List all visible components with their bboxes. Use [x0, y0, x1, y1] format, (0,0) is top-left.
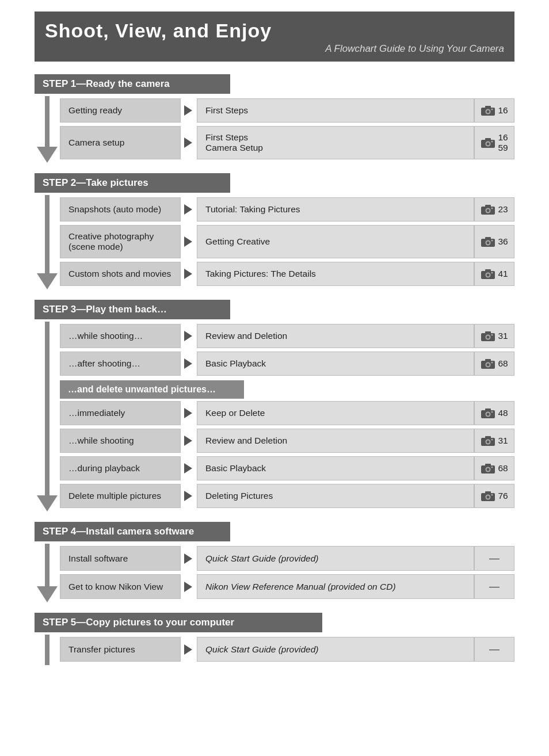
arrow-icon	[181, 637, 197, 662]
cell-right: —	[474, 574, 514, 599]
svg-rect-51	[485, 491, 491, 494]
tri-right-icon	[184, 553, 192, 564]
cell-left: Snapshots (auto mode)	[60, 197, 181, 222]
cell-middle: First Steps	[197, 98, 474, 123]
svg-rect-11	[485, 205, 491, 207]
cell-middle: Review and Deletion	[197, 324, 474, 348]
cell-left: Camera setup	[60, 126, 181, 159]
table-row: Custom shots and movies Taking Pictures:…	[60, 262, 514, 286]
cell-middle: Getting Creative	[197, 225, 474, 258]
cell-left: …while shooting	[60, 429, 181, 453]
cell-right: 41	[474, 262, 514, 286]
svg-point-4	[491, 109, 493, 110]
svg-rect-36	[485, 408, 491, 411]
tri-right-icon	[184, 582, 192, 592]
step4-arrow	[35, 544, 60, 602]
cell-middle: Taking Pictures: The Details	[197, 262, 474, 286]
table-row: …during playback Basic Playback	[60, 456, 514, 480]
cell-left: …while shooting…	[60, 324, 181, 348]
svg-point-48	[487, 468, 490, 471]
svg-point-8	[487, 143, 490, 146]
tri-right-icon	[184, 236, 192, 247]
arrow-icon	[181, 574, 197, 599]
step5-body: Transfer pictures Quick Start Guide (pro…	[35, 635, 514, 665]
arrow-icon	[181, 126, 197, 159]
cell-right: 31	[474, 324, 514, 348]
cell-middle: First StepsCamera Setup	[197, 126, 474, 159]
page-wrapper: Shoot, View, and Enjoy A Flowchart Guide…	[35, 12, 514, 665]
cell-middle: Review and Deletion	[197, 429, 474, 453]
step5-header: STEP 5—Copy pictures to your computer	[35, 613, 322, 632]
step2-section: STEP 2—Take pictures Snapshots (auto mod…	[35, 173, 514, 289]
cell-right: —	[474, 637, 514, 662]
step4-section: STEP 4—Install camera software Install s…	[35, 522, 514, 602]
arrow-down	[37, 147, 58, 163]
cell-middle: Quick Start Guide (provided)	[197, 546, 474, 571]
step3-header: STEP 3—Play them back…	[35, 300, 230, 319]
cell-right: 36	[474, 225, 514, 258]
tri-right-icon	[184, 105, 192, 116]
svg-rect-26	[485, 331, 491, 334]
svg-point-19	[491, 240, 493, 242]
arrow-icon	[181, 225, 197, 258]
arrow-icon	[181, 484, 197, 508]
table-row: Get to know Nikon View Nikon View Refere…	[60, 574, 514, 599]
svg-rect-46	[485, 464, 491, 466]
page-title: Shoot, View, and Enjoy	[45, 20, 504, 42]
arrow-icon	[181, 262, 197, 286]
tri-right-icon	[184, 436, 192, 446]
cell-left: …after shooting…	[60, 352, 181, 376]
cell-left: …during playback	[60, 456, 181, 480]
svg-rect-6	[485, 138, 491, 140]
arrow-icon	[181, 456, 197, 480]
camera-icon	[481, 435, 495, 446]
arrow-line	[45, 96, 49, 147]
cell-middle: Basic Playback	[197, 352, 474, 376]
svg-point-13	[487, 209, 490, 212]
step5-section: STEP 5—Copy pictures to your computer Tr…	[35, 613, 514, 665]
step5-rows: Transfer pictures Quick Start Guide (pro…	[60, 635, 514, 665]
step5-arrow	[35, 635, 60, 665]
table-row: Camera setup First StepsCamera Setup	[60, 126, 514, 159]
cell-left: Delete multiple pictures	[60, 484, 181, 508]
step1-header: STEP 1—Ready the camera	[35, 74, 230, 94]
cell-right: 1659	[474, 126, 514, 159]
camera-icon	[481, 268, 495, 280]
svg-point-54	[491, 494, 493, 496]
step2-body: Snapshots (auto mode) Tutorial: Taking P…	[35, 195, 514, 289]
table-row: …while shooting Review and Deletion	[60, 429, 514, 453]
step4-body: Install software Quick Start Guide (prov…	[35, 544, 514, 602]
step4-header: STEP 4—Install camera software	[35, 522, 230, 541]
svg-point-28	[487, 336, 490, 339]
tri-right-icon	[184, 491, 192, 501]
step2-header: STEP 2—Take pictures	[35, 173, 230, 193]
arrow-icon	[181, 324, 197, 348]
svg-point-23	[487, 274, 490, 277]
cell-right: 16	[474, 98, 514, 123]
tri-right-icon	[184, 204, 192, 215]
svg-point-43	[487, 441, 490, 444]
step2-arrow	[35, 195, 60, 289]
camera-icon	[481, 358, 495, 369]
svg-point-33	[487, 364, 490, 366]
step3-rows: …while shooting… Review and Deletion	[60, 322, 514, 511]
step3-arrow	[35, 322, 60, 511]
camera-icon	[481, 407, 495, 419]
step3-section: STEP 3—Play them back… …while shooting…	[35, 300, 514, 511]
svg-rect-16	[485, 237, 491, 239]
camera-icon	[481, 490, 495, 502]
tri-right-icon	[184, 358, 192, 369]
arrow-down	[37, 495, 58, 511]
table-row: …after shooting… Basic Playback	[60, 352, 514, 376]
arrow-icon	[181, 546, 197, 571]
arrow-icon	[181, 352, 197, 376]
tri-right-icon	[184, 269, 192, 279]
svg-point-14	[491, 208, 493, 209]
flowchart-content: STEP 1—Ready the camera Getting ready	[35, 64, 514, 665]
step2-rows: Snapshots (auto mode) Tutorial: Taking P…	[60, 195, 514, 289]
camera-icon	[481, 137, 495, 148]
tri-right-icon	[184, 408, 192, 418]
cell-right: 48	[474, 401, 514, 425]
cell-middle: Quick Start Guide (provided)	[197, 637, 474, 662]
cell-left: …immediately	[60, 401, 181, 425]
